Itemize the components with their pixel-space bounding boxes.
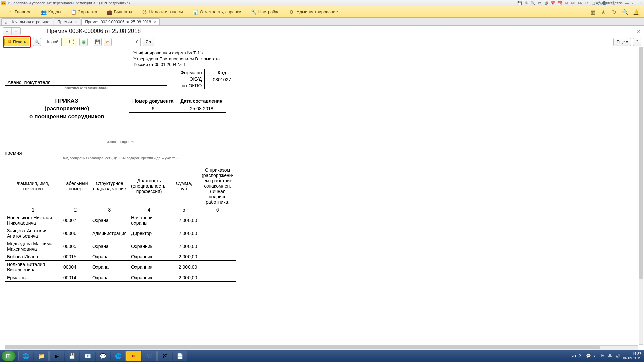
- clock[interactable]: 14:37 06.09.2019: [623, 352, 641, 360]
- menu-label: Выплаты: [114, 9, 132, 14]
- page-title: Премия 00ЗК-000006 от 25.08.2018: [47, 28, 141, 35]
- grid-button[interactable]: ▦: [79, 38, 88, 46]
- tray-vol-icon[interactable]: 🔊: [615, 354, 620, 358]
- menu-item[interactable]: 📋Зарплата: [66, 6, 102, 17]
- dropdown-icon[interactable]: ▾: [8, 1, 11, 5]
- tab[interactable]: Премия 00ЗК-000006 от 25.08.2018×: [81, 18, 159, 25]
- taskbar: 🌐 📁 ▶ 💾 📧 💬 🌐 1С W 🛠 📄 RU ? 💬 ▴ ⚑ 🖧 🔊 14…: [0, 350, 644, 362]
- m-icon[interactable]: M: [564, 1, 569, 5]
- table-header: Сумма, руб.: [169, 166, 199, 206]
- menu-item[interactable]: 👥Кадры: [36, 6, 66, 17]
- taskbar-app-tool[interactable]: 🛠: [157, 351, 172, 361]
- menu-item[interactable]: ⚙Администрирование: [284, 6, 343, 17]
- menu-item[interactable]: 📊Отчетность, справки: [188, 6, 246, 17]
- taskbar-app-chrome[interactable]: 🌐: [111, 351, 126, 361]
- calc-icon[interactable]: 🗐: [544, 1, 549, 5]
- loop-icon[interactable]: ⟳: [584, 1, 589, 5]
- info-icon[interactable]: ⓘ: [611, 1, 616, 5]
- tab-label: Премии: [57, 20, 72, 24]
- mminus-icon[interactable]: M-: [578, 1, 582, 5]
- tray-up-icon[interactable]: ▴: [593, 354, 598, 358]
- forward-button[interactable]: →: [12, 28, 20, 35]
- taskbar-app-save[interactable]: 💾: [65, 351, 79, 361]
- taskbar-app-chat[interactable]: 💬: [96, 351, 110, 361]
- square-icon[interactable]: ▢: [591, 1, 596, 5]
- employees-table: Фамилия, имя, отчествоТабельный номерСтр…: [5, 166, 236, 282]
- lang-indicator[interactable]: RU: [571, 354, 576, 358]
- menu-icon: 🔧: [251, 9, 256, 15]
- history-icon[interactable]: ↻: [611, 9, 617, 15]
- app-title: Зарплата и управление персоналом, редакц…: [11, 1, 130, 5]
- mplus-icon[interactable]: M+: [571, 1, 576, 5]
- table-colnum: 1: [5, 206, 61, 214]
- menu-item[interactable]: 💼Выплаты: [102, 6, 137, 17]
- menu-label: Налоги и взносы: [149, 9, 183, 14]
- save-icon[interactable]: 💾: [517, 1, 522, 5]
- menu-icon: ⚙: [289, 9, 294, 15]
- spin-up-icon[interactable]: ▲: [71, 39, 76, 42]
- tab-label: Начальная страница: [10, 20, 49, 24]
- close-form-icon[interactable]: ✕: [637, 28, 641, 34]
- menu-item[interactable]: 🔧Настройка: [246, 6, 284, 17]
- taskbar-app-outlook[interactable]: 📧: [80, 351, 95, 361]
- preview-button[interactable]: 🔍: [33, 38, 41, 46]
- tray-chat-icon[interactable]: 💬: [586, 354, 591, 358]
- document: Унифицированная форма № Т-11а Утверждена…: [5, 50, 478, 282]
- print-icon[interactable]: 🖶: [524, 1, 529, 5]
- copies-spinner[interactable]: ▲▼: [61, 38, 77, 46]
- menu-label: Отчетность, справки: [200, 9, 241, 14]
- tray-net-icon[interactable]: 🖧: [608, 354, 613, 358]
- menu-item[interactable]: %Налоги и взносы: [137, 6, 187, 17]
- menu-item[interactable]: ≡Главное: [3, 6, 36, 17]
- tray-help-icon[interactable]: ?: [579, 354, 583, 358]
- export-icon[interactable]: ⧉: [537, 1, 542, 5]
- tabs-bar: ⌂Начальная страницаПремии×Премия 00ЗК-00…: [0, 18, 644, 26]
- taskbar-app-ie[interactable]: 🌐: [18, 351, 33, 361]
- taskbar-app-word[interactable]: W: [142, 351, 157, 361]
- vertical-scrollbar[interactable]: [639, 47, 643, 345]
- tab[interactable]: Премии×: [54, 18, 80, 25]
- close-icon[interactable]: ✕: [638, 1, 643, 5]
- print-button[interactable]: 🖶Печать: [4, 38, 29, 46]
- start-button[interactable]: [1, 351, 16, 361]
- minimize-icon[interactable]: —: [625, 1, 629, 5]
- taskbar-app-pdf[interactable]: 📄: [173, 351, 187, 361]
- search-icon[interactable]: 🔍: [622, 9, 628, 15]
- document-viewport[interactable]: Унифицированная форма № Т-11а Утверждена…: [0, 47, 644, 350]
- dropdown2-icon[interactable]: ▾: [618, 1, 623, 5]
- taskbar-app-media[interactable]: ▶: [49, 351, 64, 361]
- bonus-type-block: премия вид поощрения (благодарность, цен…: [5, 150, 478, 160]
- menu-label: Зарплата: [78, 9, 97, 14]
- app-logo-icon: 1С: [1, 1, 6, 5]
- calendar2-icon[interactable]: 📆: [557, 1, 562, 5]
- horizontal-scrollbar[interactable]: [5, 345, 638, 350]
- calendar-icon[interactable]: 📅: [551, 1, 555, 5]
- tray-flag-icon[interactable]: ⚑: [601, 354, 605, 358]
- help-button[interactable]: ?: [633, 38, 641, 46]
- spin-down-icon[interactable]: ▼: [71, 42, 76, 45]
- table-row: Медведева Максима Максимовича00005Охрана…: [5, 240, 236, 253]
- copies-input[interactable]: [62, 40, 71, 44]
- maximize-icon[interactable]: ▭: [631, 1, 636, 5]
- star-icon[interactable]: ★: [600, 9, 606, 15]
- more-button[interactable]: Еще ▾: [613, 38, 631, 46]
- taskbar-app-explorer[interactable]: 📁: [34, 351, 49, 361]
- taskbar-app-1c[interactable]: 1С: [126, 351, 141, 361]
- save-button[interactable]: 💾: [94, 38, 102, 46]
- apps-icon[interactable]: ▦: [590, 9, 596, 15]
- bell-icon[interactable]: 🔔: [633, 9, 639, 15]
- table-header: Структурное подразделение: [90, 166, 129, 206]
- user-label[interactable]: 👤 Администратор: [604, 1, 609, 5]
- tab-close-icon[interactable]: ×: [75, 20, 77, 24]
- back-button[interactable]: ←: [3, 28, 12, 35]
- motive-block: мотив поощрения: [5, 134, 478, 144]
- preview-icon[interactable]: 🔍: [531, 1, 535, 5]
- code-labels: Форма по ОКУД по ОКПО: [167, 70, 202, 89]
- mail-button[interactable]: ✉: [104, 38, 112, 46]
- tab-close-icon[interactable]: ×: [154, 20, 156, 24]
- table-header: Фамилия, имя, отчество: [5, 166, 61, 206]
- table-colnum: 6: [199, 206, 236, 214]
- sigma-button[interactable]: Σ ▾: [143, 38, 154, 46]
- copies-label: Копий:: [47, 40, 59, 44]
- tab[interactable]: ⌂Начальная страница: [1, 18, 53, 25]
